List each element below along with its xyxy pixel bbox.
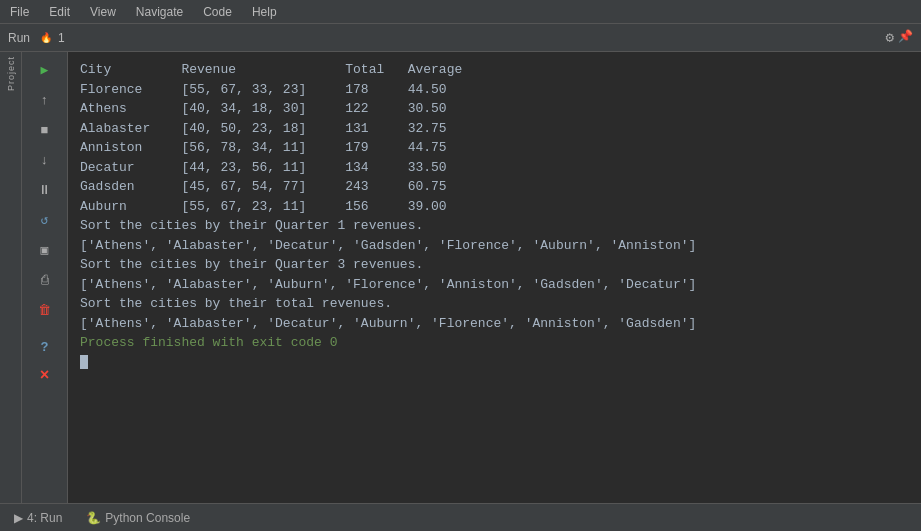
run-tab-label: 4: Run: [27, 511, 62, 525]
delete-button[interactable]: 🗑: [31, 298, 59, 322]
project-sidebar-label: Project: [6, 56, 16, 91]
menu-edit[interactable]: Edit: [45, 4, 74, 20]
output-line-4: Anniston [56, 78, 34, 11] 179 44.75: [80, 138, 909, 158]
cursor-line: [80, 353, 909, 373]
output-line-16: ['Athens', 'Alabaster', 'Decatur', 'Aubu…: [80, 314, 909, 334]
run-toolbar: ▶ ↑ ■ ↓ ⏸ ↺ ▣ ⎙ 🗑 ? ×: [22, 52, 68, 503]
output-line-1: Florence [55, 67, 33, 23] 178 44.50: [80, 80, 909, 100]
menu-help[interactable]: Help: [248, 4, 281, 20]
run-label: Run: [8, 31, 30, 45]
main-area: Project ▶ ↑ ■ ↓ ⏸ ↺ ▣ ⎙ 🗑 ? × City Reven…: [0, 52, 921, 503]
run-tab-icon: ▶: [14, 511, 23, 525]
output-line-0: City Revenue Total Average: [80, 60, 909, 80]
output-line-5: Decatur [44, 23, 56, 11] 134 33.50: [80, 158, 909, 178]
python-console-tab[interactable]: 🐍 Python Console: [80, 509, 196, 527]
run-flame-icon: 🔥: [40, 32, 52, 44]
output-area[interactable]: City Revenue Total AverageFlorence [55, …: [68, 52, 921, 503]
output-line-7: Auburn [55, 67, 23, 11] 156 39.00: [80, 197, 909, 217]
python-console-label: Python Console: [105, 511, 190, 525]
output-line-12: Sort the cities by their Quarter 3 reven…: [80, 255, 909, 275]
output-line-18: Process finished with exit code 0: [80, 333, 909, 353]
output-line-3: Alabaster [40, 50, 23, 18] 131 32.75: [80, 119, 909, 139]
output-line-13: ['Athens', 'Alabaster', 'Auburn', 'Flore…: [80, 275, 909, 295]
play-button[interactable]: ▶: [31, 58, 59, 82]
bottom-bar: ▶ 4: Run 🐍 Python Console: [0, 503, 921, 531]
project-sidebar: Project: [0, 52, 22, 503]
menu-bar: File Edit View Navigate Code Help: [0, 0, 921, 24]
settings-gear-icon[interactable]: ⚙: [886, 29, 894, 46]
output-line-9: Sort the cities by their Quarter 1 reven…: [80, 216, 909, 236]
up-button[interactable]: ↑: [31, 88, 59, 112]
down-button[interactable]: ↓: [31, 148, 59, 172]
output-line-2: Athens [40, 34, 18, 30] 122 30.50: [80, 99, 909, 119]
coverage-button[interactable]: ▣: [31, 238, 59, 262]
python-console-icon: 🐍: [86, 511, 101, 525]
output-line-10: ['Athens', 'Alabaster', 'Decatur', 'Gads…: [80, 236, 909, 256]
run-number: 1: [58, 31, 65, 45]
run-tab[interactable]: ▶ 4: Run: [8, 509, 68, 527]
stop-button[interactable]: ■: [31, 118, 59, 142]
close-button[interactable]: ×: [31, 364, 59, 388]
pause-button[interactable]: ⏸: [31, 178, 59, 202]
rerun-button[interactable]: ↺: [31, 208, 59, 232]
help-button[interactable]: ?: [31, 334, 59, 358]
runbar-right-controls: ⚙ 📌: [886, 29, 913, 46]
output-line-6: Gadsden [45, 67, 54, 77] 243 60.75: [80, 177, 909, 197]
menu-navigate[interactable]: Navigate: [132, 4, 187, 20]
output-line-15: Sort the cities by their total revenues.: [80, 294, 909, 314]
text-cursor: [80, 355, 88, 369]
menu-view[interactable]: View: [86, 4, 120, 20]
run-bar: Run 🔥 1 ⚙ 📌: [0, 24, 921, 52]
menu-code[interactable]: Code: [199, 4, 236, 20]
menu-file[interactable]: File: [6, 4, 33, 20]
pin-icon[interactable]: 📌: [898, 29, 913, 46]
print-button[interactable]: ⎙: [31, 268, 59, 292]
